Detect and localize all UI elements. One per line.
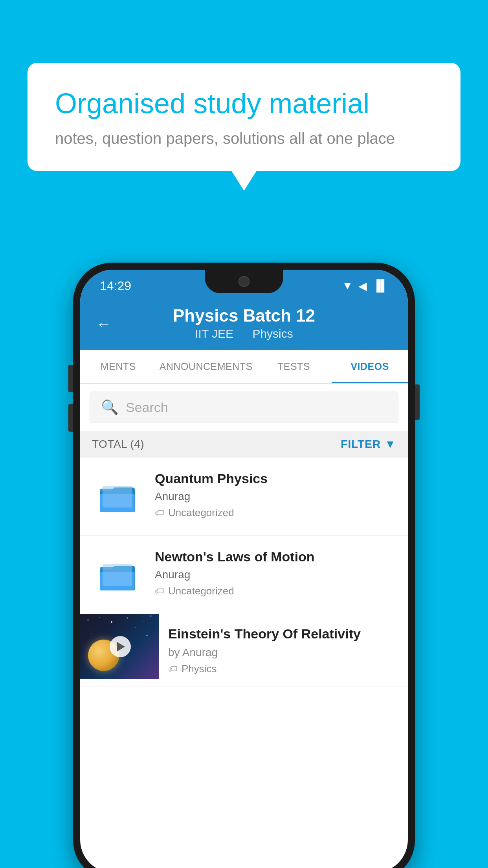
volume-button-up bbox=[68, 365, 73, 392]
status-icons: ▼ ◀ ▐▌ bbox=[342, 280, 388, 292]
search-placeholder: Search bbox=[126, 400, 168, 415]
list-item[interactable]: Quantum Physics Anurag 🏷 Uncategorized bbox=[80, 458, 408, 536]
list-item[interactable]: Newton's Laws of Motion Anurag 🏷 Uncateg… bbox=[80, 536, 408, 614]
phone-outer: 14:29 ▼ ◀ ▐▌ ← Physics Batch 12 IIT JEE … bbox=[73, 263, 415, 868]
video-author: Anurag bbox=[155, 568, 396, 581]
phone-notch bbox=[205, 270, 283, 293]
phone-screen: 14:29 ▼ ◀ ▐▌ ← Physics Batch 12 IIT JEE … bbox=[80, 270, 408, 868]
tag-icon: 🏷 bbox=[155, 508, 164, 519]
video-info: Einstein's Theory Of Relativity by Anura… bbox=[159, 614, 408, 686]
signal-icon: ◀ bbox=[358, 280, 367, 292]
svg-point-6 bbox=[88, 620, 89, 621]
volume-button-down bbox=[68, 404, 73, 432]
svg-point-13 bbox=[92, 633, 92, 634]
tag-label: Uncategorized bbox=[168, 507, 234, 519]
video-author: Anurag bbox=[155, 490, 396, 503]
header-subtitle: IIT JEE Physics bbox=[100, 327, 388, 340]
video-thumbnail bbox=[80, 614, 159, 679]
speech-bubble-section: Organised study material notes, question… bbox=[28, 63, 460, 171]
video-tag: 🏷 Uncategorized bbox=[155, 585, 396, 597]
svg-point-14 bbox=[147, 635, 148, 636]
filter-icon: ▼ bbox=[385, 438, 396, 451]
folder-icon bbox=[98, 479, 137, 514]
svg-point-11 bbox=[150, 616, 152, 617]
tab-tests[interactable]: TESTS bbox=[256, 350, 332, 383]
svg-point-7 bbox=[99, 617, 100, 618]
header-tag2: Physics bbox=[252, 327, 293, 340]
folder-thumbnail bbox=[92, 471, 143, 522]
tag-label: Physics bbox=[182, 663, 217, 675]
video-info: Newton's Laws of Motion Anurag 🏷 Uncateg… bbox=[155, 549, 396, 597]
tab-ments[interactable]: MENTS bbox=[80, 350, 156, 383]
tab-bar: MENTS ANNOUNCEMENTS TESTS VIDEOS bbox=[80, 350, 408, 384]
power-button bbox=[415, 384, 420, 420]
svg-point-12 bbox=[135, 627, 136, 628]
header-tag1: IIT JEE bbox=[195, 327, 233, 340]
app-header: ← Physics Batch 12 IIT JEE Physics bbox=[80, 298, 408, 350]
wifi-icon: ▼ bbox=[342, 280, 353, 292]
video-author: by Anurag bbox=[168, 646, 398, 659]
video-title: Quantum Physics bbox=[155, 471, 396, 486]
play-button[interactable] bbox=[110, 636, 131, 657]
tab-announcements[interactable]: ANNOUNCEMENTS bbox=[156, 350, 256, 383]
svg-rect-5 bbox=[103, 564, 132, 586]
header-title: Physics Batch 12 bbox=[100, 306, 388, 326]
svg-point-10 bbox=[143, 621, 143, 622]
video-tag: 🏷 Physics bbox=[168, 663, 398, 675]
bubble-subtitle: notes, question papers, solutions all at… bbox=[55, 130, 433, 147]
video-title: Newton's Laws of Motion bbox=[155, 549, 396, 565]
phone-frame: 14:29 ▼ ◀ ▐▌ ← Physics Batch 12 IIT JEE … bbox=[73, 263, 415, 868]
svg-point-9 bbox=[127, 618, 128, 619]
video-tag: 🏷 Uncategorized bbox=[155, 507, 396, 519]
speech-bubble: Organised study material notes, question… bbox=[28, 63, 460, 171]
play-icon bbox=[117, 642, 125, 651]
total-count: TOTAL (4) bbox=[92, 438, 144, 451]
folder-thumbnail bbox=[92, 549, 143, 600]
filter-bar: TOTAL (4) FILTER ▼ bbox=[80, 431, 408, 458]
tag-icon: 🏷 bbox=[155, 586, 164, 597]
svg-rect-2 bbox=[103, 486, 132, 508]
filter-button[interactable]: FILTER ▼ bbox=[341, 438, 396, 451]
battery-icon: ▐▌ bbox=[372, 280, 388, 292]
tab-videos[interactable]: VIDEOS bbox=[332, 350, 408, 383]
back-button[interactable]: ← bbox=[96, 315, 112, 333]
tag-label: Uncategorized bbox=[168, 585, 234, 597]
search-icon: 🔍 bbox=[101, 399, 119, 416]
folder-icon bbox=[98, 557, 137, 592]
tag-icon: 🏷 bbox=[168, 664, 178, 675]
video-info: Quantum Physics Anurag 🏷 Uncategorized bbox=[155, 471, 396, 519]
video-list: Quantum Physics Anurag 🏷 Uncategorized bbox=[80, 458, 408, 686]
filter-label: FILTER bbox=[341, 438, 381, 451]
video-title: Einstein's Theory Of Relativity bbox=[168, 625, 398, 642]
svg-point-8 bbox=[111, 621, 112, 623]
bubble-title: Organised study material bbox=[55, 86, 433, 120]
status-time: 14:29 bbox=[100, 279, 131, 293]
list-item[interactable]: Einstein's Theory Of Relativity by Anura… bbox=[80, 614, 408, 686]
search-bar[interactable]: 🔍 Search bbox=[90, 392, 398, 423]
front-camera bbox=[238, 276, 250, 287]
